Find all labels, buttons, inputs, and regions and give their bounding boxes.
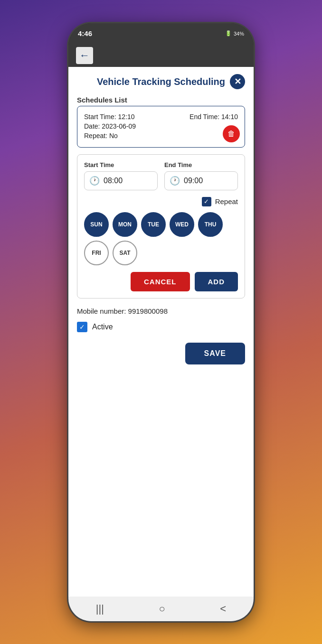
back-icon: ← <box>79 49 90 62</box>
title-row: Vehicle Tracking Scheduling ✕ <box>77 76 245 87</box>
nav-bar: ← <box>68 44 254 67</box>
date-text: Date: 2023-06-09 <box>84 122 136 130</box>
repeat-label: Repeat <box>215 197 238 205</box>
day-button-sat[interactable]: SAT <box>113 241 137 265</box>
start-time-text: Start Time: 12:10 <box>84 113 135 121</box>
repeat-text: Repeat: No <box>84 132 118 140</box>
repeat-checkbox[interactable]: ✓ <box>202 197 211 206</box>
end-time-group: End Time 🕐 09:00 <box>164 161 238 190</box>
repeat-row-card: Repeat: No <box>84 132 238 140</box>
end-time-value: 09:00 <box>184 177 203 185</box>
schedules-label: Schedules List <box>77 96 245 104</box>
menu-nav-icon[interactable]: ||| <box>96 603 104 615</box>
active-label: Active <box>92 323 113 331</box>
start-time-label: Start Time <box>84 161 158 168</box>
day-button-mon[interactable]: MON <box>113 212 137 237</box>
time-inputs-row: Start Time 🕐 08:00 End Time 🕐 09:00 <box>84 161 238 190</box>
schedules-section: Schedules List Start Time: 12:10 End Tim… <box>77 96 245 148</box>
end-time-input[interactable]: 🕐 09:00 <box>164 171 238 190</box>
status-bar: 4:46 🔋 34% <box>68 23 254 44</box>
mobile-number: Mobile number: 9919800098 <box>77 307 245 315</box>
page-title: Vehicle Tracking Scheduling <box>97 76 225 87</box>
bottom-nav: ||| ○ < <box>68 597 254 621</box>
start-time-group: Start Time 🕐 08:00 <box>84 161 158 190</box>
day-button-thu[interactable]: THU <box>198 212 223 237</box>
start-time-input[interactable]: 🕐 08:00 <box>84 171 158 190</box>
cancel-button[interactable]: CANCEL <box>131 272 190 291</box>
home-nav-icon[interactable]: ○ <box>159 603 165 615</box>
time-row: Start Time: 12:10 End Time: 14:10 <box>84 113 238 121</box>
schedule-card: Start Time: 12:10 End Time: 14:10 Date: … <box>77 106 245 148</box>
save-row: SAVE <box>77 343 245 364</box>
status-time: 4:46 <box>78 29 92 37</box>
battery-icon: 🔋 <box>225 30 232 37</box>
action-row: CANCEL ADD <box>84 272 238 291</box>
day-button-tue[interactable]: TUE <box>141 212 166 237</box>
clock-icon-end: 🕐 <box>170 176 180 186</box>
date-row: Date: 2023-06-09 <box>84 122 238 130</box>
main-content: Vehicle Tracking Scheduling ✕ Schedules … <box>68 67 254 597</box>
delete-schedule-button[interactable]: 🗑 <box>223 125 240 142</box>
back-button[interactable]: ← <box>76 47 93 64</box>
day-button-sun[interactable]: SUN <box>84 212 109 237</box>
clock-icon-start: 🕐 <box>89 176 100 186</box>
active-row: ✓ Active <box>77 322 245 332</box>
time-form: Start Time 🕐 08:00 End Time 🕐 09:00 ✓ <box>77 154 245 299</box>
start-time-value: 08:00 <box>104 177 123 185</box>
days-row: SUNMONTUEWEDTHUFRISAT <box>84 212 238 265</box>
back-nav-icon[interactable]: < <box>220 603 226 615</box>
close-button[interactable]: ✕ <box>230 74 245 89</box>
end-time-text: End Time: 14:10 <box>189 113 238 121</box>
delete-icon: 🗑 <box>227 130 235 138</box>
end-time-label: End Time <box>164 161 238 168</box>
day-button-fri[interactable]: FRI <box>84 241 109 265</box>
repeat-row: ✓ Repeat <box>84 197 238 206</box>
status-icons: 🔋 34% <box>225 30 244 37</box>
close-icon: ✕ <box>234 76 241 87</box>
add-button[interactable]: ADD <box>195 272 238 291</box>
day-button-wed[interactable]: WED <box>170 212 194 237</box>
active-checkbox[interactable]: ✓ <box>77 322 87 332</box>
save-button[interactable]: SAVE <box>185 343 245 364</box>
battery-percent: 34% <box>234 31 244 37</box>
